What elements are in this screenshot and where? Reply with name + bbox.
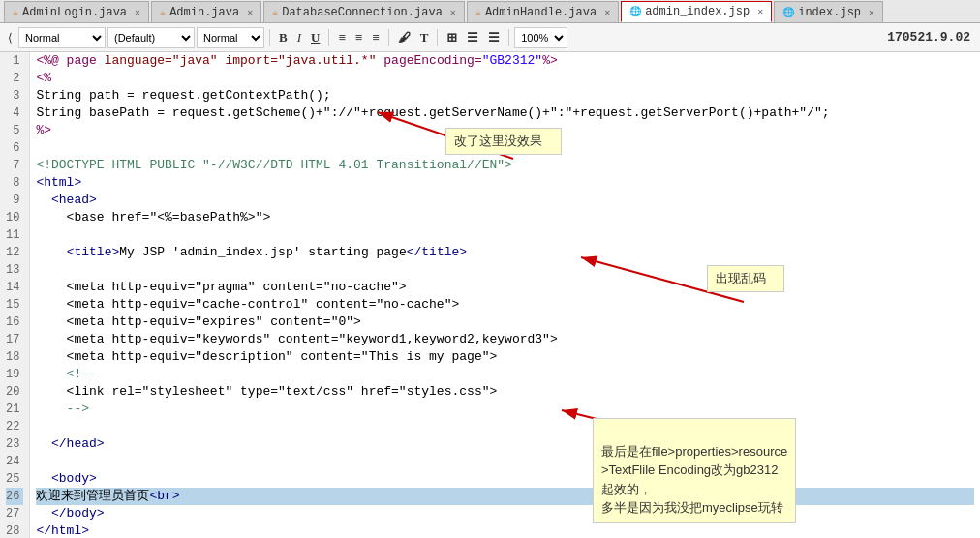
list-button[interactable]: ☰ [463, 29, 482, 46]
code-line-20[interactable]: <link rel="stylesheet" type="text/css" h… [36, 383, 974, 401]
tab-label-tab4: AdminHandle.java [485, 6, 597, 19]
line-number-11: 11 [6, 226, 23, 244]
tab-icon-tab1: ☕ [13, 7, 18, 18]
sep2 [328, 29, 329, 46]
code-line-2[interactable]: <% [36, 70, 974, 87]
tab-close-tab1[interactable]: ✕ [135, 7, 140, 18]
version-label: 170521.9.02 [887, 30, 976, 45]
code-line-9[interactable]: <head> [36, 192, 974, 209]
code-line-4[interactable]: String basePath = request.getScheme()+":… [36, 105, 974, 122]
align-right-button[interactable]: ≡ [368, 29, 383, 46]
tab-icon-tab6: 🌐 [782, 7, 794, 18]
line-number-21: 21 [6, 401, 23, 418]
code-line-27[interactable]: </body> [36, 505, 974, 523]
code-line-18[interactable]: <meta http-equiv="description" content="… [36, 348, 974, 366]
size-select[interactable]: Normal [197, 27, 264, 48]
tab-close-tab6[interactable]: ✕ [869, 7, 874, 18]
sep3 [388, 29, 389, 46]
line-number-27: 27 [6, 505, 23, 523]
list2-button[interactable]: ☰ [484, 29, 504, 46]
align-left-button[interactable]: ≡ [334, 29, 349, 46]
code-line-13[interactable] [36, 261, 974, 279]
text-button[interactable]: T [416, 29, 433, 46]
sep5 [508, 29, 509, 46]
line-number-4: 4 [6, 105, 23, 122]
tab-tab4[interactable]: ☕AdminHandle.java✕ [467, 1, 619, 22]
tab-tab3[interactable]: ☕DatabaseConnection.java✕ [263, 1, 465, 22]
line-number-22: 22 [6, 418, 23, 435]
code-line-19[interactable]: <!-- [36, 366, 974, 383]
indent-button[interactable]: ⊞ [443, 29, 461, 46]
tab-label-tab1: AdminLogin.java [22, 6, 127, 19]
line-number-26: 26 [6, 488, 23, 505]
tab-icon-tab5: 🌐 [629, 6, 641, 17]
align-center-button[interactable]: ≡ [352, 29, 366, 46]
zoom-select[interactable]: 100% [514, 27, 567, 48]
code-line-1[interactable]: <%@ page language="java" import="java.ut… [36, 52, 974, 70]
tab-icon-tab2: ☕ [160, 7, 166, 18]
brush-button[interactable]: 🖌 [394, 29, 414, 46]
code-line-17[interactable]: <meta http-equiv="keywords" content="key… [36, 331, 974, 348]
tab-icon-tab4: ☕ [475, 7, 481, 18]
tab-label-tab3: DatabaseConnection.java [282, 6, 443, 19]
code-line-3[interactable]: String path = request.getContextPath(); [36, 87, 974, 105]
code-line-14[interactable]: <meta http-equiv="pragma" content="no-ca… [36, 279, 974, 296]
code-line-28[interactable]: </html> [36, 523, 974, 538]
back-button[interactable]: ⟨ [4, 29, 16, 46]
toolbar: ⟨ Normal (Default) Normal B I U ≡ ≡ ≡ 🖌 … [0, 23, 980, 52]
code-line-25[interactable]: <body> [36, 470, 974, 488]
tab-tab2[interactable]: ☕Admin.java✕ [151, 1, 261, 22]
line-number-14: 14 [6, 279, 23, 296]
tab-close-tab3[interactable]: ✕ [450, 7, 456, 18]
code-line-26[interactable]: 欢迎来到管理员首页<br> [36, 488, 974, 505]
style-select[interactable]: Normal [18, 27, 106, 48]
sep1 [269, 29, 270, 46]
line-number-18: 18 [6, 348, 23, 366]
line-number-23: 23 [6, 435, 23, 453]
line-number-24: 24 [6, 453, 23, 470]
underline-button[interactable]: U [307, 29, 323, 46]
line-number-28: 28 [6, 523, 23, 538]
line-number-17: 17 [6, 331, 23, 348]
bold-button[interactable]: B [275, 29, 291, 46]
font-select[interactable]: (Default) [107, 27, 195, 48]
annotation-2: 出现乱码 [707, 265, 784, 292]
annotation-3: 最后是在file>properties>resource >TextFlile … [593, 418, 796, 523]
tab-tab1[interactable]: ☕AdminLogin.java✕ [4, 1, 149, 22]
code-line-16[interactable]: <meta http-equiv="expires" content="0"> [36, 314, 974, 331]
code-line-24[interactable] [36, 453, 974, 470]
tab-tab5[interactable]: 🌐admin_index.jsp✕ [621, 1, 772, 22]
tab-bar: ☕AdminLogin.java✕☕Admin.java✕☕DatabaseCo… [0, 0, 980, 23]
tab-icon-tab3: ☕ [272, 7, 278, 18]
line-number-10: 10 [6, 209, 23, 226]
tab-close-tab4[interactable]: ✕ [604, 7, 610, 18]
tab-label-tab6: index.jsp [798, 6, 861, 19]
code-line-11[interactable] [36, 226, 974, 244]
line-numbers: 1234567891011121314151617181920212223242… [0, 52, 30, 538]
code-line-23[interactable]: </head> [36, 435, 974, 453]
code-line-15[interactable]: <meta http-equiv="cache-control" content… [36, 296, 974, 314]
code-line-12[interactable]: <title>My JSP 'admin_index.jsp' starting… [36, 244, 974, 261]
tab-label-tab2: Admin.java [169, 6, 239, 19]
line-number-19: 19 [6, 366, 23, 383]
line-number-8: 8 [6, 174, 23, 192]
line-number-2: 2 [6, 70, 23, 87]
code-content[interactable]: <%@ page language="java" import="java.ut… [30, 52, 980, 538]
code-line-10[interactable]: <base href="<%=basePath%>"> [36, 209, 974, 226]
line-number-13: 13 [6, 261, 23, 279]
italic-button[interactable]: I [293, 29, 305, 46]
code-line-22[interactable] [36, 418, 974, 435]
code-line-21[interactable]: --> [36, 401, 974, 418]
line-number-3: 3 [6, 87, 23, 105]
tab-close-tab5[interactable]: ✕ [757, 6, 763, 17]
line-number-15: 15 [6, 296, 23, 314]
line-number-25: 25 [6, 470, 23, 488]
tab-close-tab2[interactable]: ✕ [247, 7, 253, 18]
code-line-8[interactable]: <html> [36, 174, 974, 192]
line-number-1: 1 [6, 52, 23, 70]
line-number-6: 6 [6, 139, 23, 157]
line-number-20: 20 [6, 383, 23, 401]
code-line-7[interactable]: <!DOCTYPE HTML PUBLIC "-//W3C//DTD HTML … [36, 157, 974, 174]
tab-tab6[interactable]: 🌐index.jsp✕ [774, 1, 883, 22]
line-number-16: 16 [6, 314, 23, 331]
